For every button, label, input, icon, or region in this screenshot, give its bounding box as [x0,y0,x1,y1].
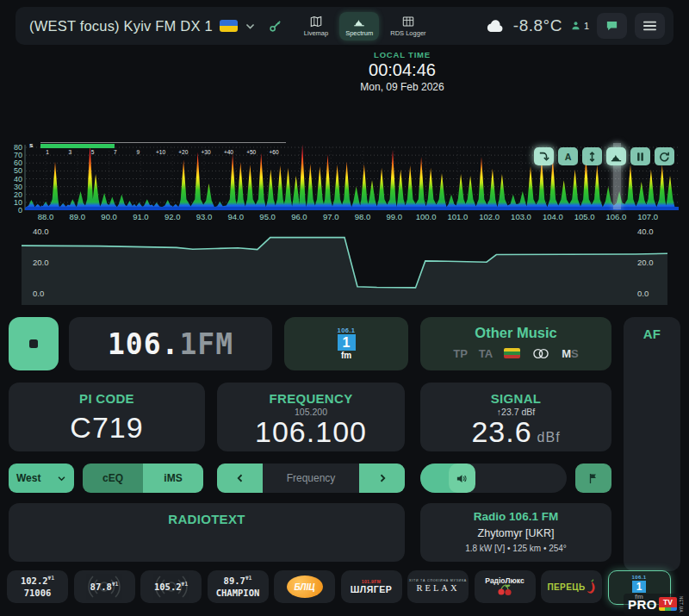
s-meter-bar [40,144,115,148]
spectrum-toolbar: A [534,147,674,165]
s-meter-tick: 3 [61,149,78,155]
tp-flag: TP [453,347,468,360]
relax-logo: RELAX [417,583,460,594]
listener-counter: 1 [570,20,589,32]
preset-button-5[interactable]: БЛІЦ [274,570,335,603]
preset-button-3[interactable]: 105.2Ψ1 [140,570,202,603]
s-meter-tick: 5 [84,149,102,155]
stop-square-icon [29,339,38,348]
nav-spectrum-button[interactable]: Spectrum [339,12,379,40]
tuner-toggle-button[interactable] [9,317,59,370]
preset-button-8[interactable]: РадіоЛюкс [475,570,536,603]
signal-plot [0,222,689,305]
s-meter-tick: 1 [39,149,56,155]
livemap-icon [309,16,323,28]
preset-frequency: 105.2Ψ1 [154,581,188,594]
spectrum-x-tick: 96.0 [284,212,313,221]
hamburger-icon [643,21,656,31]
clock-time: 00:04:46 [316,60,488,80]
signal-value: 23.6 [471,415,531,448]
report-flag-button[interactable] [575,464,611,493]
signal-y-tick: 0.0 [637,289,667,298]
preset-button-2[interactable]: 87.8Ψ1 [74,570,135,603]
chat-button[interactable] [597,13,627,39]
s-meter-prefix: s [29,141,33,149]
preset-button-4[interactable]: 89.7Ψ1CHAMPION [208,570,269,603]
spectrum-y-tick: 0 [2,206,22,215]
pause-button[interactable] [630,147,650,165]
antenna-select[interactable]: West [9,464,74,493]
key-icon[interactable] [268,19,282,34]
chat-icon [605,20,618,32]
step-down-button[interactable] [217,464,263,493]
station-info-panel: Radio 106.1 FM Zhytomyr [UKR] 1.8 kW [V]… [420,503,611,562]
s-meter-ruler [40,142,286,143]
frequency-panel: FREQUENCY 105.200 106.100 [217,383,405,451]
spectrum-mode-button[interactable] [606,147,626,165]
snap-down-button[interactable] [534,147,554,165]
s-meter-tick: 9 [129,149,146,155]
radiotext-panel: RADIOTEXT [9,503,405,562]
spectrum-x-tick: 104.0 [538,212,568,221]
preset-button-1[interactable]: 102.2Ψ171006 [7,570,68,603]
step-up-button[interactable] [359,464,405,493]
preset-bank: 102.2Ψ17100687.8Ψ1105.2Ψ189.7Ψ1CHAMPIONБ… [7,570,671,605]
signal-y-tick: 20.0 [33,258,62,267]
station-logo-106-1-fm: 106.1 1 fm [338,327,356,361]
spectrum-x-tick: 100.0 [412,212,441,221]
spectrum-icon [352,16,366,28]
preset-name: CHAMPION [216,588,260,600]
preset-button-6[interactable]: 101.9FMШЛЯГЕР [341,570,402,603]
ims-button[interactable]: iMS [143,464,203,493]
antenna-select-value: West [16,472,40,484]
stereo-icon [531,348,550,359]
eq-ims-toggle: cEQ iMS [83,464,203,493]
fm1061-logo-top: 106.1 [631,575,646,580]
lithuania-flag-icon [504,348,520,358]
spectrum-x-tick: 91.0 [126,212,155,221]
server-title[interactable]: (WEST focus) Kyiv FM DX 1 [29,18,213,34]
nav-rds-logger-button[interactable]: RDS Logger [384,12,431,40]
shlyager-logo: ШЛЯГЕР [351,584,392,595]
spectrum-x-tick: 106.0 [601,212,630,221]
vertical-zoom-button[interactable] [582,147,602,165]
protv-logo-icon: TV [659,597,677,611]
cloud-icon [485,18,506,34]
volume-thumb[interactable] [449,464,475,493]
ceq-button[interactable]: cEQ [83,464,143,493]
signal-y-tick: 0.0 [33,289,62,298]
chevron-down-icon[interactable] [245,21,256,32]
menu-button[interactable] [635,13,665,39]
autoscale-button[interactable]: A [558,147,578,165]
preset-button-9[interactable]: ПЕРЕЦЬ [541,570,602,603]
spectrum-x-tick: 105.0 [570,212,599,221]
preset-button-7[interactable]: ХІТИ ТА СПОКІЙНА МУЗИКАRELAX [407,570,469,603]
ms-flag: MS [562,345,579,361]
s-meter-tick: +30 [197,149,214,155]
rds-flags-row: TP TA MS [420,345,611,361]
spectrum-x-tick: 102.0 [475,212,504,221]
signal-heading: SIGNAL [420,391,611,406]
refresh-button[interactable] [655,147,674,165]
cherries-icon [494,584,515,596]
spectrum-x-tick: 98.0 [348,212,377,221]
spectrum-x-tick: 89.0 [63,212,92,221]
s-meter-tick: +10 [152,149,170,155]
watermark-side-text: NET.UA [679,596,683,613]
watermark-pro-text: PRO [628,597,657,612]
protv-watermark: PRO TV NET.UA [624,594,687,615]
spectrum-x-tick: 97.0 [316,212,345,221]
flag-icon [587,472,599,485]
pty-label: Other Music [420,325,611,341]
spectrum-x-tick: 101.0 [443,212,472,221]
spectrum-x-tick: 103.0 [506,212,536,221]
perets-logo: ПЕРЕЦЬ [547,579,595,594]
s-meter: s 13579+10+20+30+40+50+60 [38,142,296,158]
nav-livemap-button[interactable]: Livemap [298,12,334,40]
fm1061-logo-one: 1 [632,581,646,593]
frequency-display[interactable]: 106.1FM [69,317,272,370]
pty-panel: Other Music TP TA MS [420,317,611,370]
volume-slider[interactable] [420,464,567,493]
station-name[interactable]: Radio 106.1 FM [420,510,611,523]
spectrum-analyzer: 80706050403020100 88.089.090.091.092.093… [0,136,689,224]
